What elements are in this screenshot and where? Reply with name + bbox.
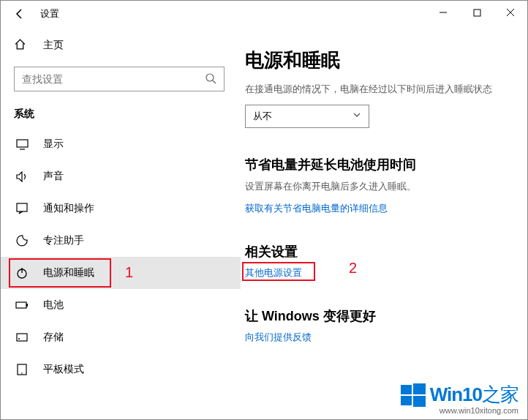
- search-input[interactable]: [22, 73, 205, 85]
- sidebar-item-sound[interactable]: 声音: [1, 160, 241, 192]
- sidebar-item-label: 专注助手: [43, 234, 84, 247]
- home-button[interactable]: 主页: [1, 31, 241, 59]
- sidebar-item-tablet[interactable]: 平板模式: [1, 353, 241, 386]
- sidebar-item-focus[interactable]: 专注助手: [1, 225, 241, 257]
- window-controls: [426, 1, 527, 24]
- watermark: Win10之家 www.win10xitong.com: [401, 382, 518, 415]
- related-heading: 相关设置: [245, 243, 505, 260]
- sidebar-item-label: 电池: [43, 299, 64, 312]
- window-title: 设置: [40, 7, 59, 20]
- sidebar-item-label: 显示: [43, 138, 64, 151]
- back-button[interactable]: [11, 5, 29, 23]
- home-icon: [14, 38, 30, 53]
- select-value: 从不: [253, 110, 272, 123]
- battery-icon: [14, 301, 30, 310]
- page-heading: 电源和睡眠: [245, 48, 505, 73]
- better-heading: 让 Windows 变得更好: [245, 307, 505, 325]
- feedback-link[interactable]: 向我们提供反馈: [245, 331, 312, 344]
- additional-power-link[interactable]: 其他电源设置: [245, 266, 302, 280]
- svg-rect-18: [413, 396, 426, 407]
- svg-rect-16: [413, 383, 426, 394]
- sound-icon: [14, 171, 30, 182]
- sidebar-item-notifications[interactable]: 通知和操作: [1, 192, 241, 225]
- sidebar-item-label: 通知和操作: [43, 202, 94, 215]
- sidebar-item-label: 声音: [43, 170, 64, 183]
- focus-icon: [14, 235, 30, 247]
- svg-point-12: [18, 338, 20, 340]
- svg-rect-6: [17, 203, 27, 211]
- sidebar-item-power-sleep[interactable]: 电源和睡眠 1: [1, 257, 241, 289]
- sidebar-item-label: 存储: [43, 331, 64, 344]
- save-power-heading: 节省电量并延长电池使用时间: [245, 156, 505, 173]
- notifications-icon: [14, 203, 30, 214]
- tablet-icon: [14, 364, 30, 375]
- maximize-button[interactable]: [460, 1, 494, 24]
- storage-icon: [14, 331, 30, 343]
- category-header: 系统: [1, 102, 241, 128]
- sidebar-item-storage[interactable]: 存储: [1, 321, 241, 353]
- minimize-button[interactable]: [426, 1, 460, 24]
- svg-rect-17: [401, 396, 412, 405]
- watermark-brand-prefix: Win10: [430, 383, 482, 406]
- watermark-brand-suffix: 之家: [482, 382, 518, 408]
- annotation-number-2: 2: [349, 260, 357, 277]
- main-panel: 电源和睡眠 在接通电源的情况下，电脑在经过以下时间后进入睡眠状态 从不 节省电量…: [241, 27, 527, 419]
- svg-point-2: [206, 74, 214, 81]
- svg-rect-15: [401, 385, 412, 394]
- search-box[interactable]: [14, 67, 225, 91]
- save-power-sub: 设置屏幕在你离开电脑后多久进入睡眠。: [245, 179, 505, 195]
- display-icon: [14, 139, 30, 150]
- sidebar-item-label: 电源和睡眠: [43, 266, 94, 280]
- sleep-timeout-select[interactable]: 从不: [245, 105, 369, 128]
- svg-rect-11: [17, 334, 27, 341]
- annotation-number-1: 1: [125, 264, 133, 281]
- sidebar-item-battery[interactable]: 电池: [1, 289, 241, 321]
- svg-rect-1: [474, 10, 480, 16]
- power-icon: [14, 267, 30, 279]
- svg-rect-10: [26, 304, 28, 307]
- windows-logo-icon: [401, 383, 426, 408]
- svg-rect-4: [17, 140, 28, 147]
- svg-line-3: [213, 80, 216, 83]
- svg-point-14: [21, 372, 23, 374]
- svg-rect-9: [16, 302, 26, 308]
- close-button[interactable]: [494, 1, 527, 24]
- sidebar: 主页 系统 显示 声音 通知和操作: [1, 27, 241, 419]
- sleep-description: 在接通电源的情况下，电脑在经过以下时间后进入睡眠状态: [245, 82, 505, 97]
- chevron-down-icon: [352, 110, 361, 121]
- sidebar-item-label: 平板模式: [43, 363, 84, 376]
- sidebar-item-display[interactable]: 显示: [1, 128, 241, 160]
- search-icon: [205, 72, 216, 86]
- home-label: 主页: [43, 39, 64, 52]
- save-power-link[interactable]: 获取有关节省电脑电量的详细信息: [245, 202, 388, 215]
